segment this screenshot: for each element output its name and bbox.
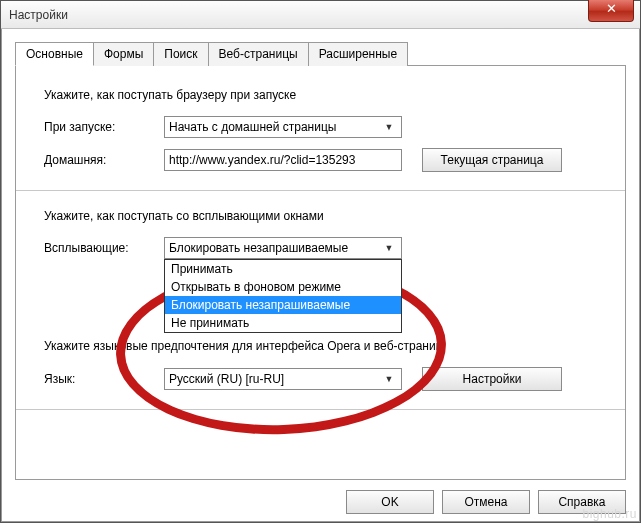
chevron-down-icon: ▼ [381, 243, 397, 253]
settings-window: Настройки ✕ Основные Формы Поиск Веб-стр… [0, 0, 641, 523]
tab-advanced[interactable]: Расширенные [308, 42, 409, 66]
tab-panel: Укажите, как поступать браузеру при запу… [15, 65, 626, 480]
tab-main[interactable]: Основные [15, 42, 94, 66]
current-page-button[interactable]: Текущая страница [422, 148, 562, 172]
language-row: Язык: Русский (RU) [ru-RU] ▼ Настройки [44, 367, 597, 391]
tab-row: Основные Формы Поиск Веб-страницы Расшир… [15, 41, 626, 65]
help-button[interactable]: Справка [538, 490, 626, 514]
language-settings-button[interactable]: Настройки [422, 367, 562, 391]
tab-forms[interactable]: Формы [93, 42, 154, 66]
titlebar: Настройки ✕ [1, 1, 640, 29]
dialog-footer: OK Отмена Справка [15, 480, 626, 514]
on-start-label: При запуске: [44, 120, 164, 134]
language-select[interactable]: Русский (RU) [ru-RU] ▼ [164, 368, 402, 390]
on-start-value: Начать с домашней страницы [169, 120, 336, 134]
chevron-down-icon: ▼ [381, 122, 397, 132]
language-section-text: Укажите языковые предпочтения для интерф… [44, 339, 597, 353]
window-content: Основные Формы Поиск Веб-страницы Расшир… [1, 29, 640, 522]
on-start-select[interactable]: Начать с домашней страницы ▼ [164, 116, 402, 138]
chevron-down-icon: ▼ [381, 374, 397, 384]
popups-selected-value: Блокировать незапрашиваемые [169, 241, 348, 255]
popups-dropdown-list: Принимать Открывать в фоновом режиме Бло… [164, 259, 402, 333]
popups-label: Всплывающие: [44, 241, 164, 255]
ok-button[interactable]: OK [346, 490, 434, 514]
home-row: Домашняя: Текущая страница [44, 148, 597, 172]
home-url-input[interactable] [164, 149, 402, 171]
language-value: Русский (RU) [ru-RU] [169, 372, 284, 386]
popups-option[interactable]: Не принимать [165, 314, 401, 332]
popups-option[interactable]: Принимать [165, 260, 401, 278]
tab-webpages[interactable]: Веб-страницы [208, 42, 309, 66]
popups-option[interactable]: Блокировать незапрашиваемые [165, 296, 401, 314]
startup-row: При запуске: Начать с домашней страницы … [44, 116, 597, 138]
cancel-button[interactable]: Отмена [442, 490, 530, 514]
startup-section-text: Укажите, как поступать браузеру при запу… [44, 88, 597, 102]
home-label: Домашняя: [44, 153, 164, 167]
popups-option[interactable]: Открывать в фоновом режиме [165, 278, 401, 296]
divider [16, 190, 625, 191]
tab-search[interactable]: Поиск [153, 42, 208, 66]
divider [16, 409, 625, 410]
popups-row: Всплывающие: Блокировать незапрашиваемые… [44, 237, 597, 259]
popups-select[interactable]: Блокировать незапрашиваемые ▼ [164, 237, 402, 259]
language-label: Язык: [44, 372, 164, 386]
close-icon: ✕ [606, 1, 617, 16]
popups-section-text: Укажите, как поступать со всплывающими о… [44, 209, 597, 223]
close-button[interactable]: ✕ [588, 0, 634, 22]
window-title: Настройки [9, 8, 68, 22]
